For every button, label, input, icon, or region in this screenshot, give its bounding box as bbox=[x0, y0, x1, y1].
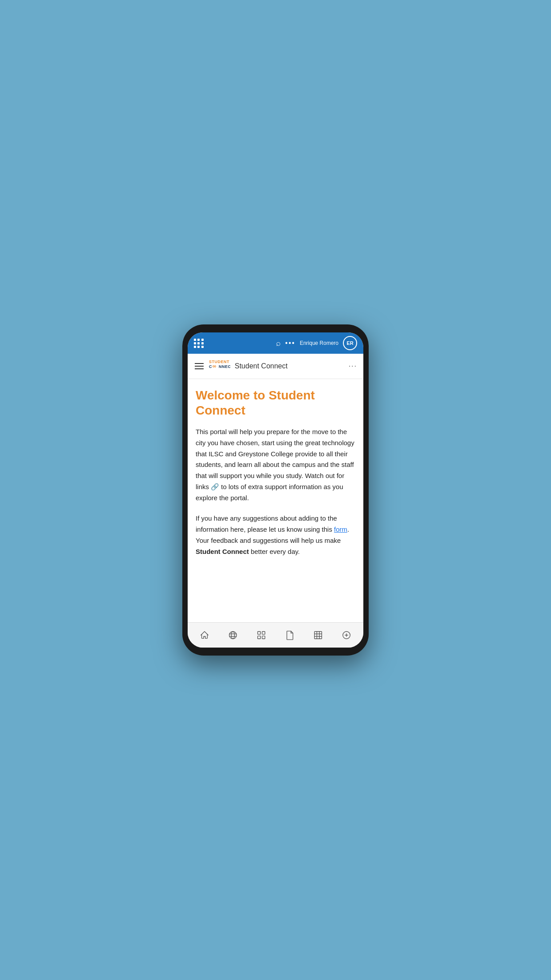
grid-nav-item[interactable] bbox=[253, 627, 269, 643]
nav-more-options[interactable]: ··· bbox=[349, 362, 357, 370]
username-label: Enrique Romero bbox=[300, 340, 338, 346]
feedback-paragraph: If you have any suggestions about adding… bbox=[196, 513, 355, 557]
search-icon[interactable]: ⌕ bbox=[276, 339, 281, 348]
svg-rect-12 bbox=[315, 632, 322, 639]
intro-paragraph: This portal will help you prepare for th… bbox=[196, 427, 355, 503]
logo-image: STUDENT C ∞ NNECT bbox=[209, 358, 230, 374]
phone-screen: ⌕ ••• Enrique Romero ER STUDENT C ∞ NNEC… bbox=[188, 332, 363, 648]
home-icon bbox=[200, 630, 209, 640]
document-nav-item[interactable] bbox=[282, 627, 298, 643]
content-area: Welcome to Student Connect This portal w… bbox=[188, 379, 363, 622]
grid-icon[interactable] bbox=[194, 339, 204, 348]
phone-device: ⌕ ••• Enrique Romero ER STUDENT C ∞ NNEC… bbox=[182, 324, 369, 656]
svg-point-4 bbox=[229, 632, 237, 639]
svg-rect-10 bbox=[258, 636, 260, 639]
home-nav-item[interactable] bbox=[197, 627, 213, 643]
more-options-icon[interactable]: ••• bbox=[285, 339, 295, 347]
nav-bar: STUDENT C ∞ NNECT Student Connect ··· bbox=[188, 354, 363, 379]
globe-icon bbox=[228, 630, 238, 640]
avatar[interactable]: ER bbox=[343, 336, 357, 350]
grid-nav-icon bbox=[256, 630, 266, 640]
svg-text:C: C bbox=[209, 364, 212, 369]
welcome-title: Welcome to Student Connect bbox=[196, 388, 355, 418]
table-icon bbox=[313, 630, 323, 640]
app-title: Student Connect bbox=[235, 362, 344, 370]
globe-nav-item[interactable] bbox=[225, 627, 241, 643]
top-bar: ⌕ ••• Enrique Romero ER bbox=[188, 332, 363, 354]
logo: STUDENT C ∞ NNECT bbox=[209, 358, 230, 374]
svg-rect-11 bbox=[262, 636, 265, 639]
svg-text:∞: ∞ bbox=[213, 363, 216, 369]
table-nav-item[interactable] bbox=[310, 627, 326, 643]
add-icon bbox=[342, 630, 351, 640]
student-connect-bold: Student Connect bbox=[196, 548, 249, 555]
svg-point-5 bbox=[231, 632, 234, 639]
svg-rect-8 bbox=[258, 632, 260, 634]
add-nav-item[interactable] bbox=[338, 627, 354, 643]
svg-text:STUDENT: STUDENT bbox=[209, 360, 229, 364]
svg-rect-9 bbox=[262, 632, 265, 634]
svg-text:NNECT: NNECT bbox=[219, 364, 230, 369]
form-link[interactable]: form bbox=[334, 526, 347, 533]
document-icon bbox=[285, 630, 295, 640]
bottom-nav-bar bbox=[188, 622, 363, 648]
hamburger-menu[interactable] bbox=[194, 362, 205, 370]
